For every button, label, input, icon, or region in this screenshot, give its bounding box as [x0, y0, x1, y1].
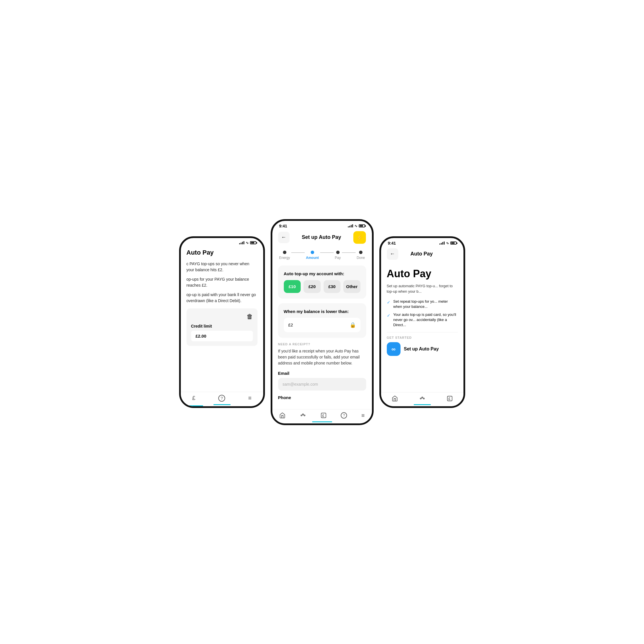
check-text-1: Set repeat top-ups for yo... meter when …	[393, 299, 458, 309]
center-nav-line	[312, 421, 332, 422]
nav-question-left[interactable]: ?	[218, 395, 225, 402]
wifi-icon-left: ∿	[246, 241, 249, 245]
nav-menu-center[interactable]: ≡	[361, 412, 365, 419]
center-status-icons: ∿	[348, 224, 365, 228]
amount-other[interactable]: Other	[343, 280, 360, 293]
nav-menu-left[interactable]: ≡	[248, 395, 252, 402]
graph-icon-center	[300, 412, 306, 419]
center-header: ← Set up Auto Pay ⚡	[278, 230, 366, 245]
right-body-text: Set up automatic PAYG top-u... forget to…	[387, 283, 458, 294]
step-pay: Pay	[335, 251, 341, 260]
trash-icon[interactable]: 🗑	[247, 313, 253, 320]
step-line-3	[342, 252, 356, 253]
svg-text:£: £	[322, 413, 324, 417]
check-text-2: Your auto top-up is paid card, so you'll…	[393, 312, 458, 328]
center-header-title: Set up Auto Pay	[302, 234, 341, 240]
right-time: 9:41	[388, 241, 396, 245]
bar2	[349, 226, 350, 227]
signal-bars-right	[439, 241, 445, 245]
battery-icon-right	[450, 241, 457, 245]
divider	[387, 332, 458, 332]
nav-pound-left[interactable]: £	[192, 395, 195, 402]
bar3	[351, 225, 352, 227]
bar3	[442, 242, 443, 245]
infinity-icon: ∞	[387, 342, 401, 356]
step-amount: Amount	[306, 251, 319, 260]
bar1	[239, 243, 240, 244]
nav-graph-right[interactable]	[419, 395, 425, 402]
step-line-1	[291, 252, 305, 253]
svg-line-10	[421, 398, 422, 399]
step-label-amount: Amount	[306, 256, 319, 260]
center-back-button[interactable]: ←	[278, 232, 290, 243]
balance-input[interactable]: £2 🔒	[284, 318, 360, 332]
check-icon-2: ✓	[387, 312, 391, 318]
svg-text:£: £	[448, 397, 450, 401]
menu-icon-center: ≡	[361, 412, 365, 419]
bar2	[241, 243, 241, 244]
lightning-button[interactable]: ⚡	[353, 231, 366, 244]
left-body-2: op-ups for your PAYG your balance reache…	[187, 276, 257, 288]
amount-30[interactable]: £30	[324, 280, 341, 293]
center-time: 9:41	[279, 224, 287, 228]
left-body-3: op-up is paid with your bank ll never go…	[187, 292, 257, 304]
pound-icon-center: £	[320, 412, 327, 419]
wifi-icon-right: ∿	[446, 241, 449, 245]
email-input[interactable]: sam@example.com	[278, 378, 366, 391]
amount-10[interactable]: £10	[284, 280, 301, 293]
left-nav-line	[213, 404, 231, 405]
nav-home-center[interactable]	[279, 412, 286, 419]
left-body-1: c PAYG top-ups so you never when your ba…	[187, 261, 257, 273]
bar2	[441, 243, 442, 245]
amount-options: £10 £20 £30 Other	[284, 280, 360, 293]
wifi-icon-center: ∿	[354, 224, 357, 228]
right-status-icons: ∿	[439, 241, 457, 245]
receipt-label: NEED A RECEIPT?	[278, 342, 366, 346]
phone-center: 9:41 ∿ ← Set up Auto Pay ⚡	[271, 219, 374, 425]
nav-pound-right[interactable]: £	[447, 395, 453, 402]
step-energy: Energy	[279, 251, 290, 260]
signal-bars-center	[348, 224, 353, 227]
nav-active-indicator	[186, 405, 203, 406]
phone-left: ∿ Auto Pay c PAYG top-ups so you never w…	[179, 236, 265, 408]
left-status-icons: ∿	[239, 241, 256, 245]
right-header: ← Auto Pay	[387, 247, 458, 261]
step-dot-pay	[336, 251, 340, 254]
balance-card-title: When my balance is lower than:	[284, 309, 360, 314]
phones-container: ∿ Auto Pay c PAYG top-ups so you never w…	[165, 219, 479, 425]
phone-right: 9:41 ∿ ← Auto Pay Auto	[379, 236, 465, 408]
nav-pound-center[interactable]: £	[320, 412, 327, 419]
checklist: ✓ Set repeat top-ups for yo... meter whe…	[387, 299, 458, 328]
balance-card: When my balance is lower than: £2 🔒	[278, 303, 366, 338]
lightning-icon: ⚡	[356, 234, 363, 241]
phone-label: Phone	[278, 395, 366, 400]
credit-limit-value: £2.00	[191, 331, 253, 341]
signal-bars-left	[239, 241, 244, 244]
setup-autopay-button[interactable]: ∞ Set up Auto Pay	[387, 342, 439, 356]
home-icon-center	[279, 412, 286, 419]
step-label-energy: Energy	[279, 256, 290, 260]
right-back-button[interactable]: ←	[387, 248, 398, 260]
receipt-body: If you'd like a receipt when your Auto P…	[278, 348, 366, 366]
center-status-bar: 9:41 ∿	[272, 221, 372, 230]
step-dot-amount	[311, 251, 314, 254]
topup-card: Auto top-up my account with: £10 £20 £30…	[278, 265, 366, 299]
left-status-bar: ∿	[181, 238, 263, 247]
home-icon-right	[392, 395, 398, 402]
center-content: ← Set up Auto Pay ⚡ Energy Amount	[272, 230, 372, 404]
battery-fill-center	[360, 225, 363, 227]
right-header-title: Auto Pay	[410, 251, 433, 257]
stepper: Energy Amount Pay Done	[278, 251, 366, 260]
svg-line-4	[304, 415, 304, 415]
nav-graph-center[interactable]	[300, 412, 306, 419]
step-dot-energy	[283, 251, 286, 254]
nav-question-center[interactable]: ?	[341, 412, 347, 419]
nav-home-right[interactable]	[392, 395, 398, 402]
receipt-section: NEED A RECEIPT? If you'd like a receipt …	[278, 342, 366, 366]
pound-icon-right: £	[447, 395, 453, 402]
amount-20[interactable]: £20	[304, 280, 321, 293]
check-item-2: ✓ Your auto top-up is paid card, so you'…	[387, 312, 458, 328]
battery-fill-left	[251, 242, 255, 243]
step-label-pay: Pay	[335, 256, 341, 260]
bar4	[352, 224, 353, 227]
